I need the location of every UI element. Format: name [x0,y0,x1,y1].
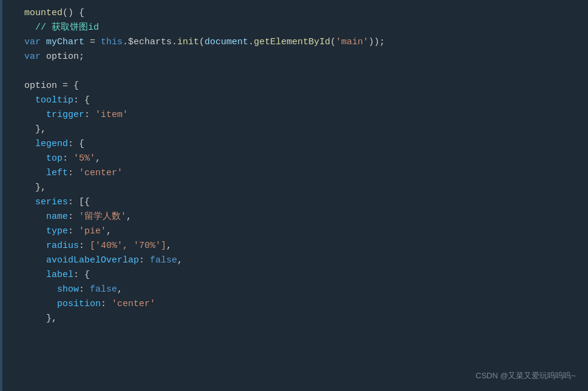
code-token: { [79,6,84,21]
code-token: . [248,35,254,50]
code-token: : [101,297,112,312]
code-token [24,253,46,268]
code-token: : { [68,137,84,152]
watermark: CSDN @又菜又爱玩呜呜呜~ [476,370,576,383]
code-token: trigger [46,108,84,122]
code-token: , [126,210,132,224]
code-line: show: false, [12,282,576,297]
code-token: var [24,50,46,64]
code-token: var [24,35,46,50]
code-line: mounted() { [12,6,576,21]
code-line: var option; [12,50,576,64]
code-line: radius: ['40%', '70%'], [12,239,576,253]
code-token: tooltip [35,93,73,108]
code-token: type [46,224,68,239]
code-token: : [79,239,90,253]
code-token: myChart [46,35,84,50]
code-line: type: 'pie', [12,224,576,239]
code-token: , [106,224,112,239]
code-line: // 获取饼图id [12,21,576,35]
code-token: : [68,224,79,239]
code-token: : [139,253,150,268]
code-token: ['40%', '70%'] [90,239,166,253]
code-line: option = { [12,79,576,93]
code-token: position [57,297,101,312]
code-token: '5%' [73,152,95,166]
code-token: mounted [24,6,63,21]
code-token: this [101,35,123,50]
code-token: show [57,282,79,297]
code-token: : [63,152,73,166]
code-token: }, [24,312,57,326]
code-token: false [150,253,177,268]
code-token: radius [46,239,79,253]
code-token: label [46,268,73,282]
code-token: , [95,152,101,166]
code-token: }, [24,181,46,195]
code-line: }, [12,181,576,195]
code-line: name: '留学人数', [12,210,576,224]
code-line: series: [{ [12,195,576,210]
code-token: () [63,6,79,21]
code-token [24,152,46,166]
code-token: 'main' [336,35,368,50]
code-token: getElementById [254,35,330,50]
code-token: , [166,239,172,253]
code-token: 'center' [112,297,155,312]
code-token: '留学人数' [79,210,126,224]
code-token: 'pie' [79,224,106,239]
code-token: avoidLabelOverlap [46,253,139,268]
code-editor: mounted() { // 获取饼图idvar myChart = this.… [0,0,588,391]
code-token [24,282,57,297]
code-token [24,297,57,312]
code-token: )); [368,35,385,50]
code-token [24,239,46,253]
code-token: false [90,282,117,297]
code-line: position: 'center' [12,297,576,312]
code-token: option [24,79,57,93]
code-token [24,224,46,239]
code-line: legend: { [12,137,576,152]
code-line: var myChart = this.$echarts.init(documen… [12,35,576,50]
code-token: ( [199,35,204,50]
code-line: avoidLabelOverlap: false, [12,253,576,268]
code-token: , [177,253,183,268]
code-token: top [46,152,63,166]
code-token: , [117,282,123,297]
left-border [0,0,2,391]
code-token: .$echarts. [123,35,177,50]
code-token: left [46,166,68,181]
code-line: label: { [12,268,576,282]
code-token: init [177,35,199,50]
code-token: }, [24,122,46,137]
code-token: = [84,35,101,50]
code-token: 'center' [79,166,123,181]
code-token [24,195,35,210]
code-token: ( [330,35,336,50]
code-token: series [35,195,68,210]
code-line [12,64,576,79]
code-line: }, [12,122,576,137]
code-lines: mounted() { // 获取饼图idvar myChart = this.… [0,6,588,326]
code-token: // 获取饼图id [24,21,99,35]
code-token: : { [73,93,90,108]
code-token: : [{ [68,195,90,210]
code-token: 'item' [95,108,128,122]
code-token [24,268,46,282]
code-token [24,166,46,181]
code-token: : [68,166,79,181]
code-token: : { [73,268,90,282]
code-token: = { [57,79,79,93]
code-token: option [46,50,79,64]
code-line: left: 'center' [12,166,576,181]
code-token [24,137,35,152]
code-line: top: '5%', [12,152,576,166]
code-token [24,108,46,122]
code-token [24,93,35,108]
code-token: : [79,282,90,297]
code-line: tooltip: { [12,93,576,108]
code-token: name [46,210,68,224]
code-token [24,210,46,224]
code-token: : [68,210,79,224]
code-token: ; [79,50,84,64]
